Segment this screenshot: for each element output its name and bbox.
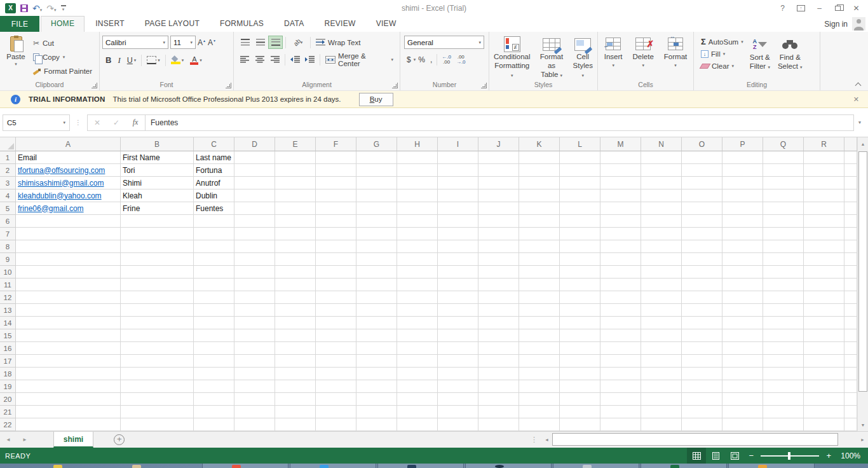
cell-J16[interactable] [478, 342, 519, 355]
cell-N2[interactable] [641, 164, 682, 177]
cell-K21[interactable] [519, 406, 560, 418]
cell-K17[interactable] [519, 355, 560, 368]
cell-F5[interactable] [316, 202, 356, 215]
minimize-button[interactable]: – [810, 0, 829, 16]
cell-E21[interactable] [275, 406, 316, 418]
cell-A21[interactable] [16, 406, 121, 418]
cell-G3[interactable] [356, 177, 397, 189]
select-all-corner[interactable] [0, 137, 16, 151]
cell-H4[interactable] [397, 189, 438, 202]
column-header-B[interactable]: B [121, 137, 194, 151]
cell-styles-button[interactable]: Cell Styles ▾ [569, 34, 596, 80]
cell-E22[interactable] [275, 418, 316, 431]
cell-J3[interactable] [478, 177, 519, 189]
cell-M9[interactable] [600, 253, 641, 266]
cell-H8[interactable] [397, 240, 438, 253]
cell-B13[interactable] [121, 304, 194, 317]
cell-E19[interactable] [275, 380, 316, 393]
cell-D5[interactable] [234, 202, 275, 215]
cell-F19[interactable] [316, 380, 356, 393]
cell-L10[interactable] [560, 266, 600, 279]
cell-M7[interactable] [600, 228, 641, 240]
autosum-button[interactable]: ΣAutoSum▾ [699, 36, 745, 48]
cell-O2[interactable] [682, 164, 722, 177]
cell-R12[interactable] [804, 291, 844, 304]
cell-C1[interactable]: Last name [194, 151, 234, 164]
cell-O5[interactable] [682, 202, 722, 215]
underline-button[interactable]: U▾ [124, 53, 140, 67]
enter-entry-button[interactable]: ✓ [107, 118, 126, 127]
cell-N18[interactable] [641, 368, 682, 380]
tab-file[interactable]: FILE [0, 16, 39, 32]
merge-center-button[interactable]: Merge & Center ▾ [323, 53, 396, 66]
new-sheet-button[interactable]: + [114, 434, 125, 445]
cell-J15[interactable] [478, 329, 519, 342]
cell-L12[interactable] [560, 291, 600, 304]
cell-A2[interactable]: tfortuna@offsourcing.com [16, 164, 121, 177]
increase-decimal-button[interactable]: ←.0.00 [439, 55, 454, 65]
fill-button[interactable]: ↓Fill▾ [699, 48, 745, 60]
cell-R7[interactable] [804, 228, 844, 240]
cell-C18[interactable] [194, 368, 234, 380]
column-header-N[interactable]: N [641, 137, 682, 151]
align-center-button[interactable] [253, 53, 268, 66]
align-top-button[interactable] [238, 36, 252, 49]
cell-G4[interactable] [356, 189, 397, 202]
cell-M13[interactable] [600, 304, 641, 317]
cell-P19[interactable] [722, 380, 763, 393]
row-header-13[interactable]: 13 [0, 304, 16, 317]
cell-L1[interactable] [560, 151, 600, 164]
cell-J19[interactable] [478, 380, 519, 393]
cell-H15[interactable] [397, 329, 438, 342]
cell-Q13[interactable] [763, 304, 804, 317]
cell-D9[interactable] [234, 253, 275, 266]
cell-F20[interactable] [316, 393, 356, 406]
cell-M6[interactable] [600, 215, 641, 228]
cell-O8[interactable] [682, 240, 722, 253]
cell-C8[interactable] [194, 240, 234, 253]
column-header-G[interactable]: G [356, 137, 397, 151]
cell-J7[interactable] [478, 228, 519, 240]
cell-P8[interactable] [722, 240, 763, 253]
cell-E8[interactable] [275, 240, 316, 253]
cell-O7[interactable] [682, 228, 722, 240]
cell-C13[interactable] [194, 304, 234, 317]
cell-I14[interactable] [438, 317, 478, 329]
cell-F9[interactable] [316, 253, 356, 266]
horizontal-scrollbar[interactable]: ◄ ► [541, 432, 868, 448]
alignment-dialog-launcher-icon[interactable] [392, 83, 398, 88]
delete-cells-button[interactable]: ✗ Delete ▾ [630, 34, 657, 80]
cell-R1[interactable] [804, 151, 844, 164]
row-header-8[interactable]: 8 [0, 240, 16, 253]
cell-N4[interactable] [641, 189, 682, 202]
cell-N1[interactable] [641, 151, 682, 164]
cell-G17[interactable] [356, 355, 397, 368]
cell-I1[interactable] [438, 151, 478, 164]
cell-I8[interactable] [438, 240, 478, 253]
cell-C7[interactable] [194, 228, 234, 240]
row-header-19[interactable]: 19 [0, 380, 16, 393]
cell-I7[interactable] [438, 228, 478, 240]
sort-filter-button[interactable]: AZ Sort & Filter ▾ [747, 34, 773, 80]
cell-I11[interactable] [438, 279, 478, 291]
taskbar-tile[interactable] [377, 464, 464, 468]
cell-F14[interactable] [316, 317, 356, 329]
cell-G15[interactable] [356, 329, 397, 342]
cell-J21[interactable] [478, 406, 519, 418]
cell-N16[interactable] [641, 342, 682, 355]
cell-C20[interactable] [194, 393, 234, 406]
cell-L21[interactable] [560, 406, 600, 418]
cell-R6[interactable] [804, 215, 844, 228]
cell-G11[interactable] [356, 279, 397, 291]
column-header-I[interactable]: I [438, 137, 478, 151]
cell-A11[interactable] [16, 279, 121, 291]
cell-F21[interactable] [316, 406, 356, 418]
cell-N3[interactable] [641, 177, 682, 189]
cell-G21[interactable] [356, 406, 397, 418]
cell-E15[interactable] [275, 329, 316, 342]
cell-E1[interactable] [275, 151, 316, 164]
cell-Q6[interactable] [763, 215, 804, 228]
cell-Q10[interactable] [763, 266, 804, 279]
cell-H12[interactable] [397, 291, 438, 304]
scroll-down-icon[interactable]: ▼ [858, 418, 868, 431]
